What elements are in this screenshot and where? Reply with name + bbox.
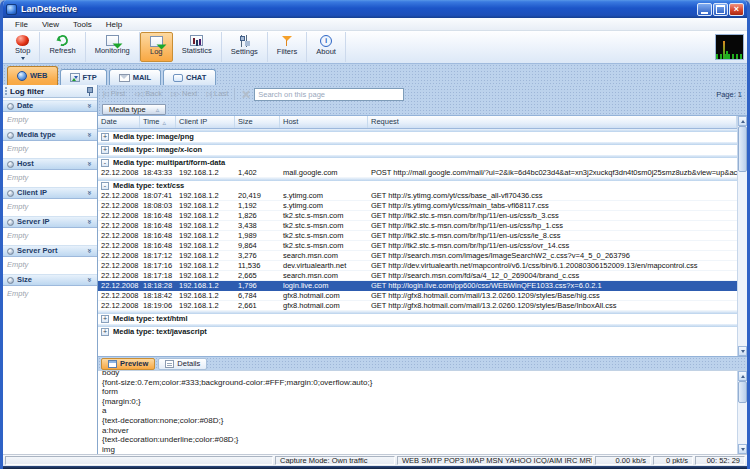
filter-section-header-client-ip[interactable]: Client IP» xyxy=(3,187,97,199)
nav-back-button[interactable]: ◁◁Back xyxy=(134,90,162,98)
log-row[interactable]: 22.12.200818:17:16192.168.1.211,536dev.v… xyxy=(98,261,737,271)
scroll-up-button[interactable] xyxy=(738,371,747,381)
menu-item-tools[interactable]: Tools xyxy=(66,20,99,29)
scroll-down-button[interactable] xyxy=(738,444,747,454)
preview-tab-details[interactable]: Details xyxy=(158,358,207,370)
toolbar-button-settings[interactable]: Settings xyxy=(222,32,268,62)
expand-icon[interactable]: + xyxy=(101,315,109,323)
filter-section-server-port: Server Port»Empty xyxy=(3,245,97,274)
pin-icon[interactable] xyxy=(86,87,93,96)
filter-section-header-media-type[interactable]: Media type» xyxy=(3,129,97,141)
media-type-group-row[interactable]: +Media type: image/png xyxy=(98,129,737,142)
collapse-chevron-icon: » xyxy=(86,189,92,197)
filter-section-header-server-port[interactable]: Server Port» xyxy=(3,245,97,257)
filter-section-header-host[interactable]: Host» xyxy=(3,158,97,170)
nav-next-button[interactable]: ▷▷Next xyxy=(171,90,197,98)
nav-last-button[interactable]: ▷|Last xyxy=(206,90,228,98)
minimize-button[interactable] xyxy=(697,3,712,16)
log-row[interactable]: 22.12.200818:19:06192.168.1.22,661gfx8.h… xyxy=(98,301,737,311)
column-header-host[interactable]: Host xyxy=(280,116,368,128)
log-row[interactable]: 22.12.200818:08:03192.168.1.21,192s.ytim… xyxy=(98,201,737,211)
scroll-track[interactable] xyxy=(738,403,747,444)
cell-date: 22.12.2008 xyxy=(98,231,140,240)
scroll-up-button[interactable] xyxy=(738,116,747,126)
media-type-group-row[interactable]: -Media type: multipart/form-data xyxy=(98,155,737,168)
title-bar: LanDetective × xyxy=(3,0,747,18)
media-type-group-row[interactable]: -Media type: text/css xyxy=(98,178,737,191)
toolbar-button-refresh[interactable]: Refresh xyxy=(40,32,85,62)
nav-first-button[interactable]: |◁First xyxy=(103,90,125,98)
log-row[interactable]: 22.12.200818:17:18192.168.1.22,665search… xyxy=(98,271,737,281)
group-label: Media type: multipart/form-data xyxy=(113,159,225,167)
tab-mail[interactable]: MAIL xyxy=(109,69,161,85)
preview-tab-preview[interactable]: Preview xyxy=(101,358,155,370)
nav-last-icon: ▷| xyxy=(206,90,211,98)
filter-section-header-date[interactable]: Date» xyxy=(3,100,97,112)
log-row[interactable]: 22.12.200818:43:33192.168.1.21,402mail.g… xyxy=(98,168,737,178)
column-header-date[interactable]: Date xyxy=(98,116,140,128)
media-type-group-row[interactable]: +Media type: text/html xyxy=(98,311,737,324)
toolbar-button-statistics[interactable]: Statistics xyxy=(173,32,222,62)
toolbar-button-monitoring[interactable]: Monitoring xyxy=(86,32,140,62)
group-label: Media type: text/html xyxy=(113,315,188,323)
group-row-content: -Media type: multipart/form-data xyxy=(98,158,737,168)
toolbar-button-filters[interactable]: Filters xyxy=(268,32,307,62)
collapse-icon[interactable]: - xyxy=(101,182,109,190)
column-header-time[interactable]: Time▵ xyxy=(140,116,176,128)
tab-web[interactable]: WEB xyxy=(7,66,58,85)
filter-section-header-size[interactable]: Size» xyxy=(3,274,97,286)
preview-scrollbar[interactable] xyxy=(737,371,747,454)
tab-ftp[interactable]: FTP xyxy=(60,69,107,85)
group-by-media-type-button[interactable]: Media type ▵ xyxy=(102,104,166,115)
expand-icon[interactable]: + xyxy=(101,133,109,141)
cell-host: tk2.stc.s-msn.com xyxy=(280,221,368,230)
close-button[interactable]: × xyxy=(729,3,744,16)
log-row[interactable]: 22.12.200818:16:48192.168.1.21,989tk2.st… xyxy=(98,231,737,241)
restore-button[interactable] xyxy=(713,3,728,16)
log-row[interactable]: 22.12.200818:16:48192.168.1.29,864tk2.st… xyxy=(98,241,737,251)
cell-time: 18:08:03 xyxy=(140,201,176,210)
filter-sections: Date»EmptyMedia type»EmptyHost»EmptyClie… xyxy=(3,98,97,303)
column-header-client-ip[interactable]: Client IP xyxy=(176,116,235,128)
cell-client_ip: 192.168.1.2 xyxy=(176,281,235,290)
preview-icon xyxy=(108,360,117,368)
table-scrollbar[interactable] xyxy=(737,116,747,356)
media-type-group-row[interactable]: +Media type: image/x-icon xyxy=(98,142,737,155)
nav-next-icon: ▷▷ xyxy=(171,90,179,98)
cell-date: 22.12.2008 xyxy=(98,168,140,177)
scroll-down-button[interactable] xyxy=(738,346,747,356)
toolbar-button-about[interactable]: About xyxy=(307,32,346,62)
tab-label: CHAT xyxy=(186,74,206,82)
mail-icon xyxy=(119,74,130,82)
log-row[interactable]: 22.12.200818:07:41192.168.1.220,419s.yti… xyxy=(98,191,737,201)
expand-icon[interactable]: + xyxy=(101,328,109,336)
scroll-track[interactable] xyxy=(738,172,747,346)
toolbar-button-label: Filters xyxy=(277,48,297,56)
log-row[interactable]: 22.12.200818:16:48192.168.1.21,826tk2.st… xyxy=(98,211,737,221)
toolbar-button-log[interactable]: Log xyxy=(140,32,173,62)
menu-item-view[interactable]: View xyxy=(35,20,66,29)
toolbar-button-stop[interactable]: Stop xyxy=(6,32,40,62)
log-row-selected[interactable]: 22.12.200818:18:28192.168.1.21,796login.… xyxy=(98,281,737,291)
menu-item-file[interactable]: File xyxy=(8,20,35,29)
toolbar-button-label: Statistics xyxy=(182,47,212,55)
cell-host: login.live.com xyxy=(280,281,368,290)
tab-label: MAIL xyxy=(133,74,151,82)
collapse-icon[interactable]: - xyxy=(101,159,109,167)
statistics-icon xyxy=(190,35,203,46)
column-header-size[interactable]: Size xyxy=(235,116,280,128)
expand-icon[interactable]: + xyxy=(101,146,109,154)
scroll-thumb[interactable] xyxy=(738,126,747,172)
log-row[interactable]: 22.12.200818:18:42192.168.1.26,784gfx8.h… xyxy=(98,291,737,301)
filter-section-header-server-ip[interactable]: Server IP» xyxy=(3,216,97,228)
log-filter-header[interactable]: Log filter xyxy=(3,85,97,98)
media-type-group-row[interactable]: +Media type: text/javascript xyxy=(98,324,737,337)
menu-item-help[interactable]: Help xyxy=(99,20,129,29)
log-row[interactable]: 22.12.200818:17:12192.168.1.23,276search… xyxy=(98,251,737,261)
tab-chat[interactable]: CHAT xyxy=(163,69,216,85)
column-header-request[interactable]: Request xyxy=(368,116,737,128)
search-input[interactable] xyxy=(254,88,404,101)
scroll-thumb[interactable] xyxy=(738,381,747,403)
clear-search-icon[interactable] xyxy=(241,90,250,99)
log-row[interactable]: 22.12.200818:16:48192.168.1.23,438tk2.st… xyxy=(98,221,737,231)
